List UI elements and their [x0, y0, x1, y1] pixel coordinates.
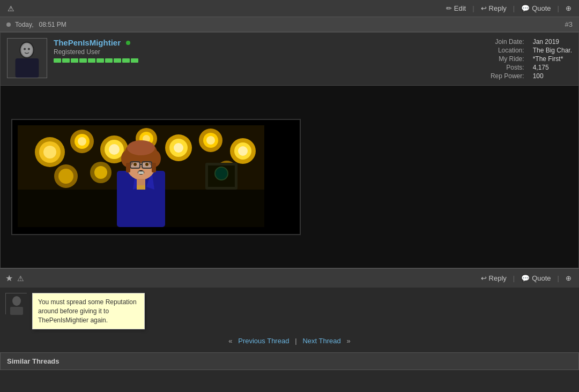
rep-pip-2 — [62, 58, 70, 63]
reply-button-bottom[interactable]: ↩ Reply — [479, 273, 509, 283]
svg-point-32 — [94, 166, 107, 179]
post-time: 08:51 PM — [39, 21, 66, 28]
nav-suffix: » — [347, 337, 351, 345]
svg-rect-56 — [138, 171, 144, 174]
rep-pip-1 — [54, 58, 61, 63]
svg-rect-2 — [16, 58, 39, 78]
svg-point-10 — [43, 146, 56, 159]
navigation: « Previous Thread | Next Thread » — [0, 329, 579, 352]
posts-label: Posts: — [491, 64, 524, 71]
svg-point-30 — [58, 169, 73, 184]
post-number: #3 — [565, 20, 573, 28]
avatar-image — [8, 39, 47, 78]
sep-bottom2: | — [558, 274, 559, 282]
rep-power-value: 100 — [533, 72, 572, 80]
post-user-info: ThePenIsMightier Registered User Join Da… — [1, 33, 578, 86]
multipost-icon-bottom: ⊕ — [566, 274, 571, 282]
rep-avatar-placeholder — [5, 293, 27, 314]
reputation-tooltip: You must spread some Reputation around b… — [32, 293, 145, 329]
tooltip-area: You must spread some Reputation around b… — [0, 288, 579, 329]
edit-button[interactable]: ✏ Edit — [444, 3, 468, 13]
quote-button-top[interactable]: 💬 Quote — [519, 3, 553, 13]
quote-button-bottom[interactable]: 💬 Quote — [519, 273, 553, 283]
rep-pip-6 — [96, 58, 104, 63]
alert-button[interactable]: ⚠ — [5, 3, 17, 14]
svg-point-25 — [206, 136, 215, 145]
quote-label-top: Quote — [532, 4, 551, 12]
post-header-left: Today, 08:51 PM — [6, 21, 66, 28]
reply-arrow-icon: ↩ — [481, 4, 487, 12]
alert-icon: ⚠ — [8, 4, 14, 13]
rep-pip-5 — [88, 58, 95, 63]
svg-point-13 — [78, 137, 86, 146]
bottom-toolbar: ★ ⚠ ↩ Reply | 💬 Quote | ⊕ — [0, 268, 579, 288]
quote-label-bottom: Quote — [532, 274, 551, 282]
next-thread-link[interactable]: Next Thread — [302, 337, 340, 345]
top-reply-label: Reply — [489, 4, 507, 12]
nav-separator: | — [295, 337, 296, 345]
svg-point-38 — [215, 167, 228, 180]
sep1: | — [472, 4, 474, 12]
sep3: | — [558, 4, 559, 12]
post-image — [18, 125, 264, 227]
posts-value: 4,175 — [533, 64, 572, 71]
reply-label-bottom: Reply — [489, 274, 507, 282]
user-stats: Join Date: Jan 2019 Location: The Big Ch… — [491, 38, 572, 80]
svg-point-53 — [133, 163, 137, 166]
similar-threads-header: Similar Threads — [0, 352, 579, 370]
svg-rect-57 — [126, 163, 130, 172]
bottom-toolbar-right: ↩ Reply | 💬 Quote | ⊕ — [479, 273, 574, 283]
post-image-container — [11, 119, 301, 235]
svg-rect-62 — [10, 307, 23, 315]
svg-point-4 — [21, 44, 32, 56]
avatar — [7, 38, 47, 78]
top-reply-button[interactable]: ↩ Reply — [479, 3, 509, 13]
online-indicator — [126, 41, 130, 45]
sep-bottom1: | — [513, 274, 515, 282]
unread-dot — [6, 22, 11, 27]
post-container: ThePenIsMightier Registered User Join Da… — [0, 32, 579, 268]
user-details: ThePenIsMightier Registered User — [54, 38, 484, 63]
rep-power-label: Rep Power: — [491, 72, 524, 80]
post-date: Today, 08:51 PM — [15, 21, 66, 28]
previous-thread-link[interactable]: Previous Thread — [238, 337, 289, 345]
user-title: Registered User — [54, 48, 484, 56]
bottom-toolbar-left: ★ ⚠ — [5, 273, 24, 283]
star-icon[interactable]: ★ — [5, 273, 13, 283]
warn-icon[interactable]: ⚠ — [17, 274, 24, 283]
rep-pip-4 — [79, 58, 87, 63]
similar-threads-label: Similar Threads — [7, 357, 60, 365]
svg-point-22 — [174, 143, 183, 153]
reply-arrow-icon-bottom: ↩ — [481, 274, 487, 282]
rep-pip-3 — [71, 58, 78, 63]
post-content — [1, 86, 578, 268]
multipost-button-bottom[interactable]: ⊕ — [563, 273, 574, 283]
multipost-button-top[interactable]: ⊕ — [563, 3, 574, 13]
toolbar-right: ✏ Edit | ↩ Reply | 💬 Quote | ⊕ — [444, 3, 574, 13]
rep-pip-10 — [131, 58, 138, 63]
quote-icon-bottom: 💬 — [521, 274, 530, 282]
date-label: Today, — [15, 21, 33, 28]
svg-point-28 — [238, 146, 248, 156]
svg-point-54 — [145, 163, 149, 166]
svg-point-6 — [28, 48, 30, 50]
my-ride-label: My Ride: — [491, 55, 524, 63]
svg-rect-58 — [152, 163, 156, 172]
top-toolbar: ⚠ ✏ Edit | ↩ Reply | 💬 Quote | ⊕ — [0, 0, 579, 17]
username: ThePenIsMightier — [54, 38, 121, 47]
rep-pip-7 — [105, 58, 113, 63]
nav-prefix: « — [228, 337, 232, 345]
rep-pip-8 — [114, 58, 121, 63]
join-date-label: Join Date: — [491, 38, 524, 46]
join-date-value: Jan 2019 — [533, 38, 572, 46]
pencil-icon: ✏ — [446, 4, 452, 12]
rep-bar — [54, 58, 484, 63]
post-header: Today, 08:51 PM #3 — [0, 17, 579, 32]
multipost-icon-top: ⊕ — [566, 4, 571, 12]
svg-point-61 — [12, 296, 21, 306]
svg-point-47 — [127, 140, 155, 155]
quote-icon-top: 💬 — [521, 4, 530, 12]
rep-pip-9 — [122, 58, 130, 63]
svg-rect-59 — [137, 179, 145, 185]
tooltip-text: You must spread some Reputation around b… — [38, 298, 137, 324]
